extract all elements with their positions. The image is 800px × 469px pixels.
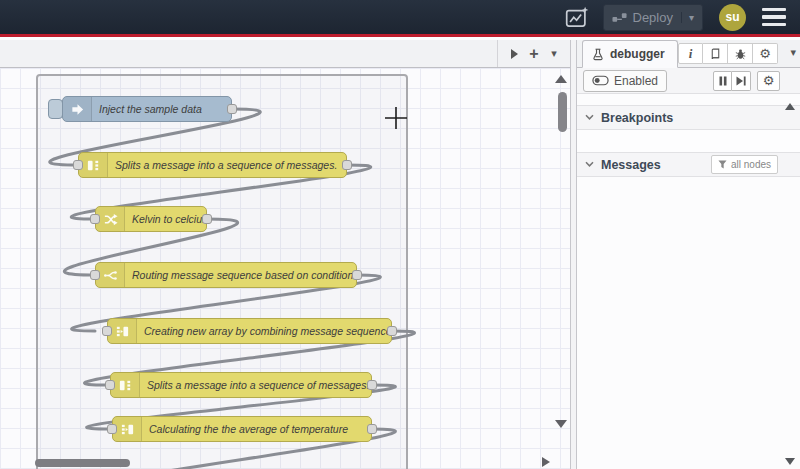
enabled-label: Enabled [614, 74, 658, 88]
node-output-port[interactable] [202, 214, 212, 224]
sidebar-splitter[interactable] [570, 40, 577, 469]
debug-tab-button[interactable] [728, 43, 753, 64]
info-tab-button[interactable]: i [678, 43, 703, 64]
change-icon [96, 207, 125, 231]
sidebar-scroll-down-icon[interactable] [785, 458, 795, 465]
node-label: Calculating the the average of temperatu… [142, 423, 371, 435]
node-label: Routing message sequence based on condit… [125, 269, 356, 281]
debugger-settings-button[interactable]: ⚙ [757, 71, 780, 91]
node-output-port[interactable] [367, 424, 377, 434]
toggle-icon [592, 75, 609, 86]
info-icon: i [689, 46, 693, 62]
inject-arrow-icon [63, 97, 92, 121]
canvas-scroll-right-icon[interactable] [542, 457, 550, 467]
split-icon [111, 373, 140, 397]
flow-node-n6[interactable]: Splits a message into a sequence of mess… [110, 372, 372, 398]
node-input-port[interactable] [90, 214, 100, 224]
sidebar: debugger i [577, 40, 800, 469]
workspace-tab-tools: + ▾ [497, 40, 570, 67]
node-label: Inject the sample data [92, 103, 231, 115]
crosshair-cursor [384, 106, 408, 130]
messages-title: Messages [601, 158, 711, 172]
debug-step-controls [713, 71, 751, 91]
gear-icon: ⚙ [763, 74, 775, 87]
breakpoints-list [577, 130, 800, 152]
node-input-port[interactable] [105, 380, 115, 390]
node-label: Kelvin to celcius [125, 213, 206, 225]
step-button[interactable] [732, 71, 751, 91]
workspace: + ▾ Inject the sample dataSplits a messa… [0, 40, 570, 469]
deploy-button[interactable]: Deploy ▾ [603, 4, 704, 31]
flow-node-n7[interactable]: Calculating the the average of temperatu… [112, 416, 372, 442]
user-avatar[interactable]: su [719, 4, 746, 31]
sidebar-scroll-up-icon[interactable] [785, 103, 795, 110]
sidebar-tab-caret-icon[interactable]: ▾ [790, 46, 796, 59]
deploy-caret-icon[interactable]: ▾ [681, 12, 694, 23]
sidebar-tab-tools: i ⚙ [678, 43, 778, 64]
breakpoints-title: Breakpoints [601, 111, 792, 125]
main-menu-icon[interactable] [762, 8, 786, 26]
debugger-toolbar: Enabled ⚙ [577, 68, 800, 94]
book-icon [709, 47, 722, 61]
node-output-port[interactable] [227, 104, 237, 114]
flow-chart-sparkle-icon[interactable] [563, 4, 593, 30]
app-header: Deploy ▾ su [0, 0, 800, 37]
flow-node-n5[interactable]: Creating new array by combining message … [107, 318, 392, 344]
tab-debugger-label: debugger [610, 47, 665, 61]
main-area: + ▾ Inject the sample dataSplits a messa… [0, 40, 800, 469]
funnel-icon [718, 160, 727, 169]
split-icon [79, 153, 108, 177]
node-output-port[interactable] [352, 270, 362, 280]
flow-node-n1[interactable]: Inject the sample data [62, 96, 232, 122]
step-icon [736, 76, 746, 86]
node-input-port[interactable] [90, 270, 100, 280]
flow-canvas[interactable]: Inject the sample dataSplits a message i… [0, 68, 570, 469]
canvas-hscrollbar[interactable] [35, 459, 130, 467]
deploy-label: Deploy [633, 10, 673, 25]
node-output-port[interactable] [387, 326, 397, 336]
pause-button[interactable] [713, 71, 732, 91]
flow-node-n2[interactable]: Splits a message into a sequence of mess… [78, 152, 347, 178]
node-label: Splits a message into a sequence of mess… [140, 379, 371, 391]
canvas-vscrollbar[interactable] [558, 92, 567, 132]
workspace-tabbar: + ▾ [0, 40, 570, 68]
chevron-down-icon [585, 114, 594, 121]
debugger-enabled-toggle[interactable]: Enabled [583, 70, 667, 92]
inject-trigger-button[interactable] [48, 99, 63, 119]
canvas-scroll-down-icon[interactable] [555, 420, 567, 428]
flow-list-caret-icon[interactable]: ▾ [544, 44, 564, 64]
node-output-port[interactable] [367, 380, 377, 390]
node-label: Splits a message into a sequence of mess… [108, 159, 346, 171]
message-filter-button[interactable]: all nodes [711, 155, 778, 174]
join-icon [108, 319, 137, 343]
add-flow-button[interactable]: + [524, 44, 544, 64]
debugger-panel: Breakpoints Messages all nodes [577, 94, 800, 469]
node-input-port[interactable] [107, 424, 117, 434]
node-input-port[interactable] [102, 326, 112, 336]
node-output-port[interactable] [342, 160, 352, 170]
deploy-nodes-icon [612, 11, 627, 24]
switch-icon [96, 263, 125, 287]
join-icon [113, 417, 142, 441]
config-tab-button[interactable]: ⚙ [753, 43, 778, 64]
flask-icon [591, 47, 605, 62]
canvas-scroll-up-icon[interactable] [555, 75, 567, 83]
node-red-app: Deploy ▾ su + ▾ Inject the sample dataSp… [0, 0, 800, 469]
bug-icon [734, 47, 747, 61]
filter-label: all nodes [731, 159, 771, 170]
gear-icon: ⚙ [759, 47, 771, 60]
flow-node-n3[interactable]: Kelvin to celcius [95, 206, 207, 232]
help-tab-button[interactable] [703, 43, 728, 64]
node-label: Creating new array by combining message … [137, 325, 391, 337]
tab-debugger[interactable]: debugger [582, 40, 678, 68]
messages-section-header[interactable]: Messages all nodes [577, 152, 800, 177]
flow-node-n4[interactable]: Routing message sequence based on condit… [95, 262, 357, 288]
sidebar-tabbar: debugger i [577, 40, 800, 68]
tab-scroll-right-icon[interactable] [504, 44, 524, 64]
breakpoints-section-header[interactable]: Breakpoints [577, 105, 800, 130]
chevron-down-icon [585, 161, 594, 168]
node-input-port[interactable] [73, 160, 83, 170]
pause-icon [719, 76, 727, 86]
